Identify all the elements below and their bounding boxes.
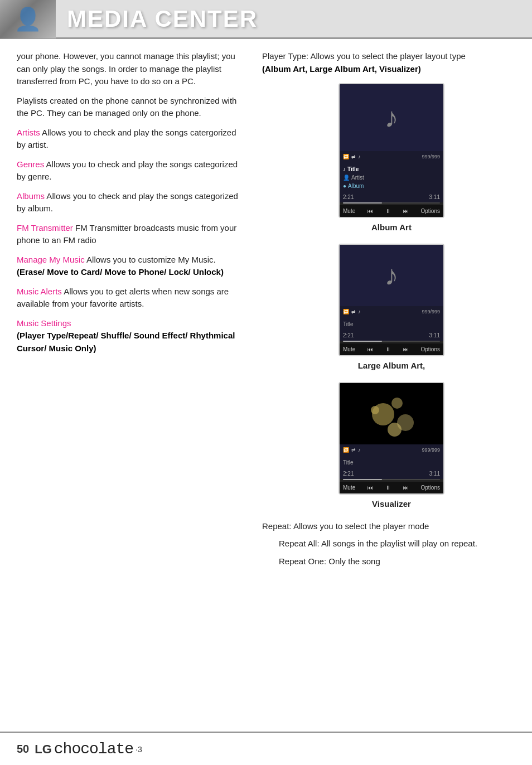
vis-bubble-5 — [388, 423, 402, 437]
music-alerts-label: Music Alerts — [17, 287, 62, 296]
manage-bold: (Erase/ Move to Card/ Move to Phone/ Loc… — [17, 267, 224, 277]
mute-label: Mute — [343, 207, 355, 215]
screen-info-bar: 🔁 ⇌ ♪ 999/999 — [340, 151, 443, 163]
large-music-note-icon: ♪ — [385, 255, 399, 297]
genres-text: Allows you to check and play the songs c… — [17, 159, 238, 182]
right-column: Player Type: Allows you to select the pl… — [257, 50, 532, 732]
progress-bar — [343, 202, 440, 204]
album-art-screen: ♪ — [340, 84, 443, 151]
large-shuffle-icon: ⇌ — [351, 308, 356, 316]
large-album-art-mockup: ♪ 🔁 ⇌ ♪ 999/999 Title 2:21 3:11 — [338, 244, 444, 356]
artists-label: Artists — [17, 128, 40, 137]
music-settings-bold: (Player Type/Repeat/ Shuffle/ Sound Effe… — [17, 331, 235, 353]
music-alerts-paragraph: Music Alerts Allows you to get alerts wh… — [17, 285, 245, 311]
large-controls-icons: 🔁 ⇌ ♪ — [343, 308, 361, 316]
manage-label: Manage My Music — [17, 255, 85, 264]
vis-mute-label: Mute — [343, 483, 355, 492]
repeat-details: Repeat All: All songs in the playlist wi… — [262, 538, 521, 568]
vis-repeat-icon: 🔁 — [343, 447, 349, 454]
large-track-info: Title — [340, 318, 443, 330]
controls-icons: 🔁 ⇌ ♪ — [343, 153, 361, 161]
repeat-all: Repeat All: All songs in the playlist wi… — [279, 538, 521, 550]
fm-paragraph: FM Transmitter FM Transmitter broadcasts… — [17, 222, 245, 247]
player-type-intro: Player Type: Allows you to select the pl… — [262, 50, 521, 75]
page-footer: 50 LG chocolate·3 — [0, 732, 532, 765]
vis-progress-bar-fill — [343, 479, 382, 480]
music-note-icon: ♪ — [385, 97, 399, 139]
sound-icon: ♪ — [358, 153, 361, 161]
page-number: 50 — [17, 743, 29, 756]
page-header: MEDIA CENTER — [0, 0, 532, 39]
vis-track-title-row: Title — [343, 458, 440, 467]
vis-play-pause-icon: ⏸ — [385, 483, 391, 492]
vis-options-label: Options — [420, 483, 439, 492]
large-sound-icon: ♪ — [358, 308, 361, 316]
large-repeat-icon: 🔁 — [343, 308, 349, 316]
track-counter: 999/999 — [422, 153, 440, 161]
large-album-screen: ♪ — [340, 245, 443, 306]
brand-lg: LG — [35, 742, 52, 757]
album-icon: ● — [343, 182, 346, 190]
large-screen-progress: 2:21 3:11 — [340, 330, 443, 341]
large-progress-bar — [343, 341, 440, 342]
large-screen-bottom-bar: Mute ⏮ ⏸ ⏭ Options — [340, 343, 443, 355]
prev-icon: ⏮ — [367, 207, 373, 215]
albums-paragraph: Albums Allows you to check and play the … — [17, 190, 245, 215]
next-icon: ⏭ — [403, 207, 409, 215]
vis-time-total: 3:11 — [429, 469, 440, 478]
vis-track-info: Title — [340, 457, 443, 468]
genres-label: Genres — [17, 159, 44, 169]
large-time-current: 2:21 — [343, 331, 354, 340]
large-play-pause-icon: ⏸ — [385, 345, 391, 354]
track-album-row: ● Album — [343, 182, 440, 190]
large-prev-icon: ⏮ — [367, 345, 373, 354]
albums-label: Albums — [17, 191, 45, 201]
vis-prev-icon: ⏮ — [367, 483, 373, 492]
vis-screen-info-bar: 🔁 ⇌ ♪ 999/999 — [340, 444, 443, 457]
artists-paragraph: Artists Allows you to check and play the… — [17, 127, 245, 152]
albums-text: Allows you to check and play the songs c… — [17, 191, 238, 214]
vis-next-icon: ⏭ — [403, 483, 409, 492]
visualizer-mockup: 🔁 ⇌ ♪ 999/999 Title 2:21 3:11 Mute ⏮ — [338, 382, 444, 495]
page-title: MEDIA CENTER — [56, 6, 258, 32]
brand-logo: LG chocolate·3 — [35, 740, 142, 758]
vis-bubble-4 — [371, 406, 379, 414]
header-logo-image — [0, 0, 56, 38]
manage-paragraph: Manage My Music Allows you to customize … — [17, 254, 245, 279]
visualizer-label: Visualizer — [262, 498, 521, 511]
intro-paragraph: your phone. However, you cannot manage t… — [17, 50, 245, 88]
options-label: Options — [420, 207, 439, 215]
screen-progress: 2:21 3:11 — [340, 192, 443, 202]
playlists-paragraph: Playlists created on the phone cannot be… — [17, 95, 245, 120]
repeat-one: Repeat One: Only the song — [279, 555, 521, 568]
vis-screen-bottom-bar: Mute ⏮ ⏸ ⏭ Options — [340, 482, 443, 493]
vis-time-current: 2:21 — [343, 469, 354, 478]
vis-controls-icons: 🔁 ⇌ ♪ — [343, 447, 361, 454]
genres-paragraph: Genres Allows you to check and play the … — [17, 158, 245, 183]
large-mute-label: Mute — [343, 345, 355, 354]
time-total: 3:11 — [429, 193, 440, 201]
large-track-counter: 999/999 — [422, 308, 440, 316]
left-column: your phone. However, you cannot manage t… — [0, 50, 257, 732]
player-type-text: Player Type: Allows you to select the pl… — [262, 51, 466, 61]
large-next-icon: ⏭ — [403, 345, 409, 354]
music-settings-label: Music Settings — [17, 318, 71, 328]
shuffle-icon: ⇌ — [351, 153, 356, 161]
track-info: ♪ Title 👤 Artist ● Album — [340, 163, 443, 192]
repeat-icon: 🔁 — [343, 153, 349, 161]
person-icon: 👤 — [343, 173, 350, 182]
visualizer-screen — [340, 383, 443, 444]
vis-track-counter: 999/999 — [422, 447, 440, 454]
manage-text: Allows you to customize My Music. — [85, 255, 216, 264]
large-time-total: 3:11 — [429, 331, 440, 340]
track-title-row: ♪ Title — [343, 165, 440, 173]
progress-bar-fill — [343, 202, 382, 204]
vis-screen-progress: 2:21 3:11 — [340, 468, 443, 479]
vis-shuffle-icon: ⇌ — [351, 447, 356, 454]
track-artist-row: 👤 Artist — [343, 173, 440, 182]
artists-text: Allows you to check and play the songs c… — [17, 128, 236, 150]
vis-progress-bar — [343, 479, 440, 480]
brand-superscript: ·3 — [136, 745, 142, 754]
screen-bottom-bar: Mute ⏮ ⏸ ⏭ Options — [340, 205, 443, 217]
vis-sound-icon: ♪ — [358, 447, 361, 454]
